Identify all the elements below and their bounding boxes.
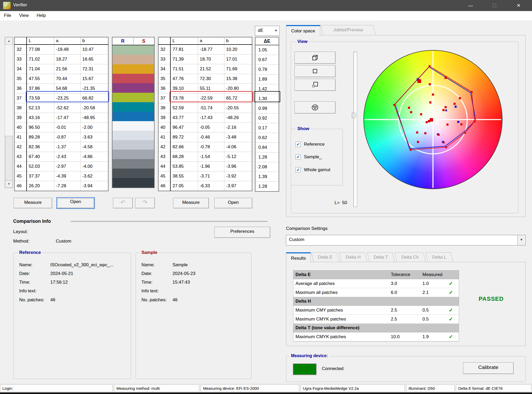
delta-e-row[interactable]: 1.30 xyxy=(255,94,279,104)
lab-value-cell[interactable]: 65.72 xyxy=(224,93,252,103)
sample-patch-swatch[interactable] xyxy=(133,169,154,178)
lab-value-cell[interactable]: 77.81 xyxy=(170,45,198,55)
lab-value-cell[interactable]: 77.08 xyxy=(27,45,54,55)
view-2d-button[interactable] xyxy=(294,65,336,77)
chevron-down-icon[interactable] xyxy=(517,235,525,245)
delta-e-value-cell[interactable]: 1.42 xyxy=(255,84,279,94)
lab-value-cell[interactable]: 10.47 xyxy=(80,45,108,55)
checkbox-whole-gamut[interactable]: ✔Whole gamut xyxy=(295,167,330,173)
patch-row[interactable] xyxy=(112,102,154,112)
table-row[interactable]: 3547.5570.4415.67 xyxy=(14,74,108,84)
table-row[interactable]: 3277.81-18.7710.20 xyxy=(158,45,252,55)
lab-value-cell[interactable]: -22.59 xyxy=(198,93,224,103)
lab-value-cell[interactable]: 71.39 xyxy=(170,55,198,64)
lab-value-cell[interactable]: -19.48 xyxy=(54,45,80,55)
tab-results[interactable]: Results xyxy=(286,252,311,263)
lab-value-cell[interactable]: -0.05 xyxy=(198,123,224,132)
lab-value-cell[interactable]: 43.16 xyxy=(27,113,54,123)
lab-value-cell[interactable]: 15.38 xyxy=(224,74,252,84)
sample-patch-swatch[interactable] xyxy=(133,93,154,102)
patch-index-cell[interactable]: 40 xyxy=(158,123,170,132)
patch-index-cell[interactable]: 37 xyxy=(14,93,27,103)
sample-patch-swatch[interactable] xyxy=(133,131,154,140)
table-row[interactable]: 4282.36-1.37-4.58 xyxy=(14,142,108,152)
delta-e-row[interactable]: 0.78 xyxy=(255,65,279,75)
table-row[interactable]: 3852.59-51.74-20.55 xyxy=(158,103,252,113)
lab-value-cell[interactable]: 66.82 xyxy=(80,93,108,103)
table-row[interactable]: 3852.13-52.62-20.58 xyxy=(14,103,108,113)
reference-patch-swatch[interactable] xyxy=(112,112,133,121)
sample-patch-swatch[interactable] xyxy=(133,45,154,55)
table-row[interactable]: 3371.0218.2716.65 xyxy=(14,55,108,64)
patch-row[interactable] xyxy=(112,112,154,121)
patch-index-cell[interactable]: 38 xyxy=(158,103,170,113)
lab-value-cell[interactable]: -0.87 xyxy=(54,132,80,142)
lab-value-cell[interactable]: -4.58 xyxy=(80,142,108,152)
lab-value-cell[interactable]: -2.16 xyxy=(224,123,252,132)
lab-value-cell[interactable]: 52.59 xyxy=(170,103,198,113)
close-button[interactable]: ✕ xyxy=(511,0,526,11)
table-row[interactable]: 3471.0421.5672.31 xyxy=(14,64,108,74)
table-row[interactable]: 3547.7672.3015.38 xyxy=(158,74,252,84)
table-row[interactable]: 4367.40-2.43-4.86 xyxy=(14,152,108,162)
delta-e-value-cell[interactable]: 0.67 xyxy=(255,55,279,65)
reference-patch-swatch[interactable] xyxy=(112,64,133,74)
view-3d-button[interactable] xyxy=(294,52,336,64)
delta-e-value-cell[interactable]: 1.89 xyxy=(255,75,279,84)
calibrate-button[interactable]: Calibrate xyxy=(463,362,514,374)
lab-value-cell[interactable]: 52.13 xyxy=(27,103,54,113)
patch-index-cell[interactable]: 35 xyxy=(14,74,27,84)
lab-value-cell[interactable]: -3.94 xyxy=(80,181,108,191)
lab-value-cell[interactable]: -20.58 xyxy=(80,103,108,113)
tab-joblist-preview[interactable]: Joblist/Preview xyxy=(322,25,375,35)
reference-patch-swatch[interactable] xyxy=(112,121,133,131)
patch-index-cell[interactable]: 38 xyxy=(14,103,27,113)
patch-index-cell[interactable]: 41 xyxy=(14,132,27,142)
lab-value-cell[interactable]: -48.26 xyxy=(224,113,252,123)
patch-index-cell[interactable]: 46 xyxy=(14,181,27,191)
delta-e-value-cell[interactable]: 1.05 xyxy=(255,45,279,55)
lab-value-cell[interactable]: -3.96 xyxy=(224,162,252,171)
lab-value-cell[interactable]: 53.85 xyxy=(170,162,198,171)
lab-value-cell[interactable]: -21.35 xyxy=(80,84,108,93)
delta-e-row[interactable]: 1.05 xyxy=(255,45,279,55)
checkbox-box[interactable]: ✔ xyxy=(295,154,301,160)
reference-patch-swatch[interactable] xyxy=(112,159,133,169)
lab-value-cell[interactable]: -4.39 xyxy=(54,171,80,181)
tab-color-space[interactable]: Color space xyxy=(286,25,320,36)
lab-value-cell[interactable]: -23.25 xyxy=(54,93,80,103)
reference-patch-swatch[interactable] xyxy=(112,131,133,140)
sample-patch-swatch[interactable] xyxy=(133,140,154,150)
lab-value-cell[interactable]: 71.02 xyxy=(27,55,54,64)
reference-patch-swatch[interactable] xyxy=(112,74,133,83)
view-slice-button[interactable] xyxy=(294,79,336,91)
sample-patch-swatch[interactable] xyxy=(133,178,154,188)
table-row[interactable]: 3277.08-19.4810.47 xyxy=(14,45,108,55)
lab-value-cell[interactable]: 82.66 xyxy=(170,142,198,152)
open-reference-button[interactable]: Open xyxy=(56,197,95,209)
menu-item-file[interactable]: File xyxy=(0,11,15,21)
patch-index-cell[interactable]: 39 xyxy=(158,113,170,123)
delta-e-value-cell[interactable]: 1.39 xyxy=(255,172,279,182)
sample-lab-table[interactable]: Lab3277.81-18.7710.203371.3918.7017.0134… xyxy=(158,37,252,191)
lab-value-cell[interactable]: 96.50 xyxy=(27,123,54,132)
patch-index-cell[interactable]: 32 xyxy=(158,45,170,55)
delta-e-row[interactable]: 1.28 xyxy=(255,152,279,162)
lab-value-cell[interactable]: 37.37 xyxy=(27,171,54,181)
lab-value-cell[interactable]: 47.76 xyxy=(170,74,198,84)
lab-value-cell[interactable]: 43.77 xyxy=(170,113,198,123)
lab-value-cell[interactable]: -2.43 xyxy=(54,152,80,162)
lab-value-cell[interactable]: 39.10 xyxy=(170,84,198,93)
patch-index-cell[interactable]: 41 xyxy=(158,132,170,142)
reference-patch-swatch[interactable] xyxy=(112,55,133,64)
reference-patch-swatch[interactable] xyxy=(112,83,133,93)
lab-value-cell[interactable]: -1.96 xyxy=(198,162,224,171)
patch-index-cell[interactable]: 43 xyxy=(14,152,27,162)
table-row[interactable]: 3471.5121.5271.69 xyxy=(158,64,252,74)
patch-row[interactable] xyxy=(112,64,154,74)
lab-value-cell[interactable]: 18.27 xyxy=(54,55,80,64)
measure-sample-button[interactable]: Measure xyxy=(173,198,209,208)
delta-e-value-cell[interactable]: 1.28 xyxy=(255,152,279,162)
lab-value-cell[interactable]: 71.51 xyxy=(170,64,198,74)
patch-index-cell[interactable]: 46 xyxy=(158,181,170,191)
